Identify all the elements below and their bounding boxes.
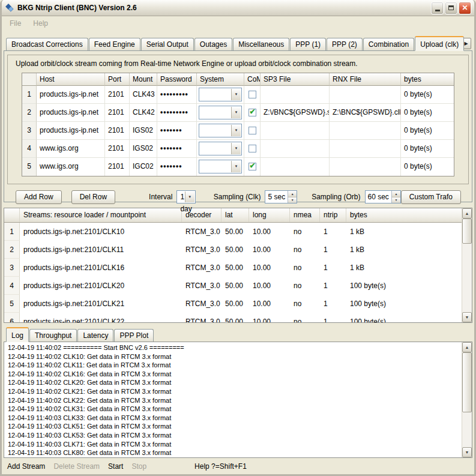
scroll-up-icon[interactable]: ▲ bbox=[462, 208, 472, 218]
chevron-down-icon[interactable]: ▼ bbox=[231, 125, 241, 136]
password-cell[interactable]: ••••••• bbox=[157, 158, 197, 176]
menu-item[interactable]: Help bbox=[27, 17, 54, 29]
scroll-down-icon[interactable]: ▼ bbox=[462, 312, 472, 322]
mount-cell[interactable]: IGS02 bbox=[130, 140, 157, 158]
host-cell[interactable]: www.igs.org bbox=[37, 140, 105, 158]
decoder-cell: RTCM_3.0 bbox=[182, 223, 221, 241]
sampling-clk-value[interactable]: 5 sec bbox=[265, 191, 288, 203]
password-cell[interactable]: ••••••••• bbox=[157, 104, 197, 122]
sp3-file-cell[interactable]: Z:\/BNC${GPSWD}.sp3 bbox=[261, 104, 330, 122]
chevron-down-icon[interactable]: ▼ bbox=[231, 143, 241, 154]
spin-up-icon[interactable]: ▲ bbox=[288, 191, 297, 197]
password-cell[interactable]: ••••••••• bbox=[157, 86, 197, 104]
chevron-down-icon[interactable]: ▼ bbox=[185, 191, 194, 202]
spin-up-icon[interactable]: ▲ bbox=[392, 191, 400, 197]
system-combo[interactable]: ▼ bbox=[199, 124, 242, 137]
sampling-clk-spinner[interactable]: 5 sec ▲ ▼ bbox=[265, 190, 297, 203]
port-cell[interactable]: 2101 bbox=[105, 122, 130, 140]
port-cell[interactable]: 2101 bbox=[105, 86, 130, 104]
tab[interactable]: Log bbox=[6, 327, 29, 342]
stream-row[interactable]: 5 products.igs-ip.net:2101/CLK21 RTCM_3.… bbox=[4, 295, 462, 313]
com-checkbox[interactable] bbox=[249, 109, 256, 116]
password-cell[interactable]: ••••••• bbox=[157, 122, 197, 140]
com-checkbox[interactable] bbox=[249, 127, 256, 134]
stream-row[interactable]: 2 products.igs-ip.net:2101/CLK11 RTCM_3.… bbox=[4, 241, 462, 259]
system-combo[interactable]: ▼ bbox=[199, 142, 242, 155]
tab[interactable]: Throughput bbox=[29, 329, 77, 342]
stream-row[interactable]: 3 products.igs-ip.net:2101/CLK16 RTCM_3.… bbox=[4, 259, 462, 277]
rnx-file-cell[interactable] bbox=[330, 140, 401, 158]
app-window: BKG Ntrip Client (BNC) Version 2.6 File … bbox=[0, 0, 476, 476]
spin-down-icon[interactable]: ▼ bbox=[392, 197, 400, 203]
system-combo[interactable]: ▼ bbox=[199, 106, 242, 119]
streams-scrollbar[interactable]: ▲ ▼ bbox=[462, 208, 472, 322]
del-row-button[interactable]: Del Row bbox=[71, 190, 115, 204]
chevron-down-icon[interactable]: ▼ bbox=[231, 161, 241, 172]
scrollbar-track[interactable] bbox=[462, 352, 472, 447]
host-cell[interactable]: products.igs-ip.net bbox=[37, 86, 105, 104]
bytes-cell: 1 kB bbox=[346, 223, 462, 241]
password-cell[interactable]: ••••••• bbox=[157, 140, 197, 158]
minimize-button[interactable] bbox=[431, 2, 444, 14]
sp3-file-cell[interactable] bbox=[261, 122, 330, 140]
sp3-file-cell[interactable] bbox=[261, 140, 330, 158]
scrollbar-thumb[interactable] bbox=[462, 352, 472, 412]
sampling-orb-spinner[interactable]: 60 sec ▲ ▼ bbox=[365, 190, 401, 203]
com-checkbox[interactable] bbox=[249, 163, 256, 170]
stream-row[interactable]: 4 products.igs-ip.net:2101/CLK20 RTCM_3.… bbox=[4, 277, 462, 295]
rnx-file-cell[interactable] bbox=[330, 86, 401, 104]
custom-trafo-button[interactable]: Custom Trafo bbox=[401, 190, 461, 204]
tab[interactable]: Upload (clk) bbox=[415, 36, 464, 51]
com-checkbox[interactable] bbox=[249, 145, 256, 152]
sampling-orb-label: Sampling (Orb) bbox=[312, 193, 360, 201]
rnx-file-cell[interactable]: Z:\BNC${GPSWD}.clk bbox=[330, 104, 401, 122]
system-combo[interactable]: ▼ bbox=[199, 160, 242, 173]
start-button[interactable]: Start bbox=[108, 462, 123, 471]
scrollbar-track[interactable] bbox=[462, 218, 472, 312]
upload-frame: Upload orbit/clock stream coming from Re… bbox=[7, 55, 469, 184]
tab[interactable]: Broadcast Corrections bbox=[6, 38, 88, 50]
scrollbar-thumb[interactable] bbox=[462, 218, 472, 244]
scroll-up-icon[interactable]: ▲ bbox=[462, 342, 472, 352]
sp3-file-cell[interactable] bbox=[261, 86, 330, 104]
spin-down-icon[interactable]: ▼ bbox=[288, 197, 297, 203]
host-cell[interactable]: products.igs-ip.net bbox=[37, 122, 105, 140]
stream-row[interactable]: 6 products.igs-ip.net:2101/CLK22 RTCM_3.… bbox=[4, 313, 462, 322]
host-cell[interactable]: products.igs-ip.net bbox=[37, 104, 105, 122]
chevron-down-icon[interactable]: ▼ bbox=[231, 107, 241, 118]
maximize-button[interactable] bbox=[445, 2, 457, 14]
log-scrollbar[interactable]: ▲ ▼ bbox=[462, 342, 472, 457]
sp3-file-cell[interactable] bbox=[261, 158, 330, 176]
com-checkbox[interactable] bbox=[249, 91, 256, 98]
port-cell[interactable]: 2101 bbox=[105, 104, 130, 122]
sampling-orb-value[interactable]: 60 sec bbox=[366, 191, 391, 203]
mount-cell[interactable]: IGC02 bbox=[130, 158, 157, 176]
rnx-file-cell[interactable] bbox=[330, 158, 401, 176]
add-stream-button[interactable]: Add Stream bbox=[7, 462, 45, 471]
host-cell[interactable]: www.igs.org bbox=[37, 158, 105, 176]
ntrip-cell: 1 bbox=[320, 241, 346, 259]
mount-cell[interactable]: IGS02 bbox=[130, 122, 157, 140]
tab[interactable]: Miscellaneous bbox=[233, 38, 289, 50]
menu-item[interactable]: File bbox=[4, 17, 27, 29]
chevron-down-icon[interactable]: ▼ bbox=[231, 89, 241, 100]
tab[interactable]: Serial Output bbox=[141, 38, 194, 50]
close-button[interactable] bbox=[459, 2, 471, 14]
port-cell[interactable]: 2101 bbox=[105, 158, 130, 176]
tab[interactable]: PPP Plot bbox=[114, 329, 154, 342]
interval-select[interactable]: 1 day ▼ bbox=[176, 190, 195, 203]
system-combo[interactable]: ▼ bbox=[199, 88, 242, 101]
port-cell[interactable]: 2101 bbox=[105, 140, 130, 158]
stream-row[interactable]: 1 products.igs-ip.net:2101/CLK10 RTCM_3.… bbox=[4, 223, 462, 241]
add-row-button[interactable]: Add Row bbox=[16, 190, 62, 204]
mount-cell[interactable]: CLK42 bbox=[130, 104, 157, 122]
rnx-file-cell[interactable] bbox=[330, 122, 401, 140]
tab[interactable]: Outages bbox=[194, 38, 232, 50]
tab[interactable]: Latency bbox=[77, 329, 113, 342]
tab[interactable]: Feed Engine bbox=[89, 38, 140, 50]
tab[interactable]: PPP (2) bbox=[327, 38, 363, 50]
scroll-down-icon[interactable]: ▼ bbox=[462, 447, 472, 457]
mount-cell[interactable]: CLK43 bbox=[130, 86, 157, 104]
tab[interactable]: PPP (1) bbox=[290, 38, 326, 50]
tab[interactable]: Combination bbox=[363, 38, 414, 50]
